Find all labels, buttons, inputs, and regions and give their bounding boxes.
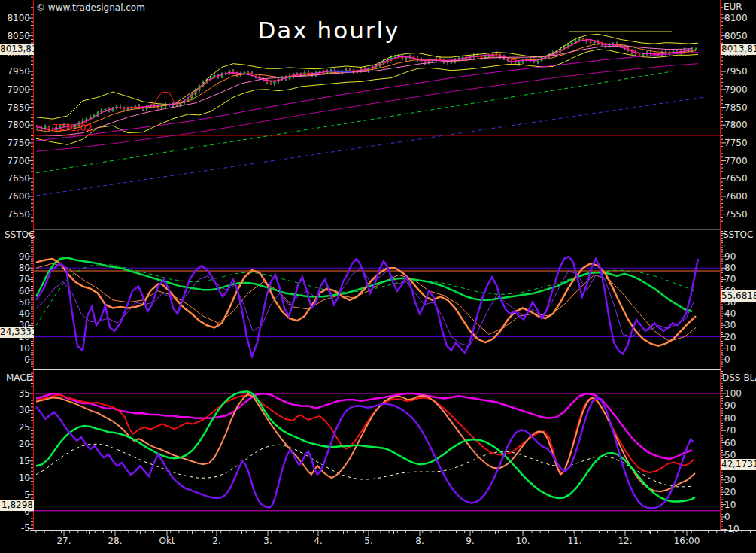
y-axis-label: 8000: [0, 48, 30, 59]
chart-title: Dax hourly: [257, 17, 399, 44]
candle-body: [105, 109, 107, 110]
ma-long-magenta: [36, 53, 698, 141]
y-axis-label: -10: [724, 524, 739, 534]
candle-body: [402, 57, 404, 59]
y-axis-label: 7950: [724, 66, 748, 77]
candle-body: [639, 54, 641, 56]
macd-dashed-signal: [36, 444, 694, 487]
candle-body: [247, 72, 250, 73]
time-axis-label: 11.: [567, 536, 581, 546]
y-axis-label: 7600: [0, 191, 30, 202]
ma-orange: [36, 44, 696, 132]
y-axis-label: 20: [0, 332, 30, 342]
y-axis-label: 8050: [0, 31, 30, 41]
dss-label-right: DSS-BLA: [722, 372, 756, 383]
y-axis-label: 8000: [724, 48, 748, 59]
time-axis-label: 27.: [56, 536, 71, 546]
y-axis-label: -5: [0, 523, 30, 533]
y-axis-label: 8100: [0, 13, 30, 23]
y-axis-label: 70: [0, 274, 30, 284]
y-axis-label: 7550: [724, 209, 748, 220]
y-axis-label: 0: [724, 354, 730, 365]
candle-body: [244, 72, 246, 74]
y-axis-label: 80: [0, 263, 30, 273]
time-axis-label: 16:00: [674, 536, 700, 546]
candle-body: [405, 58, 408, 59]
chart-window: © www.tradesignal.com EUR Dax hourly SST…: [0, 0, 756, 553]
y-axis-label: 70: [724, 425, 736, 436]
y-axis-label: 50: [724, 450, 736, 460]
y-axis-label: 0: [0, 506, 30, 517]
y-axis-label: 7750: [0, 138, 30, 148]
y-axis-label: 15: [0, 456, 30, 466]
candle-body: [270, 82, 272, 84]
y-axis-label: 25: [0, 422, 30, 433]
y-axis-label: 60: [724, 286, 736, 296]
y-axis-label: 7850: [724, 102, 748, 113]
y-axis-label: 10: [724, 343, 736, 354]
y-axis-label: 30: [0, 320, 30, 330]
y-axis-label: 20: [0, 439, 30, 449]
time-axis-label: 12.: [618, 536, 632, 546]
macd-violet: [36, 397, 694, 508]
sstoc-label-left: SSTOC: [5, 229, 35, 240]
y-axis-label: 7950: [0, 66, 30, 77]
y-axis-label: 30: [0, 405, 30, 415]
time-axis-label: 3.: [263, 536, 272, 546]
y-axis-label: 40: [724, 462, 736, 472]
y-axis-label: 7750: [724, 138, 748, 148]
bollinger-lower: [36, 50, 698, 145]
sstoc-label-right: SSTOC: [723, 229, 753, 240]
y-axis-label: 10: [0, 472, 30, 483]
y-axis-label: 8050: [724, 31, 748, 41]
copyright-text: © www.tradesignal.com: [36, 2, 145, 13]
y-axis-label: 8100: [724, 13, 748, 23]
y-axis-label: 20: [724, 332, 736, 342]
time-axis-label: 8.: [415, 536, 424, 546]
candle-body: [214, 75, 216, 77]
y-axis-label: 7650: [724, 173, 748, 184]
candle-body: [127, 108, 129, 109]
time-axis-label: Okt: [159, 536, 175, 546]
y-axis-label: 80: [724, 263, 736, 273]
macd-orange: [36, 394, 695, 491]
y-axis-label: 10: [724, 500, 736, 510]
candle-body: [537, 60, 539, 62]
y-axis-label: 90: [724, 400, 736, 411]
y-axis-label: 7800: [724, 120, 748, 130]
y-axis-label: 30: [724, 320, 736, 330]
time-axis-label: 2.: [212, 536, 220, 546]
y-axis-label: 30: [724, 475, 736, 485]
time-axis-label: 5.: [364, 536, 372, 546]
trend-green-dashed: [36, 71, 672, 173]
y-axis-label: 40: [724, 308, 736, 319]
y-axis-label: 90: [724, 251, 736, 262]
candle-body: [578, 38, 581, 40]
y-axis-label: 50: [724, 297, 736, 308]
time-axis-label: 10.: [515, 536, 530, 546]
candle-body: [518, 62, 521, 64]
candle-body: [161, 107, 163, 108]
y-axis-label: 20: [724, 487, 736, 497]
y-axis-label: 7700: [724, 156, 748, 166]
candle-body: [428, 61, 430, 62]
y-axis-label: 70: [724, 274, 736, 284]
chart-canvas[interactable]: [0, 0, 756, 553]
y-axis-label: 7700: [0, 156, 30, 166]
time-axis-label: 4.: [314, 536, 322, 546]
y-axis-label: 7900: [724, 84, 748, 95]
candle-body: [424, 61, 427, 62]
candle-body: [695, 49, 697, 50]
support-line-label: 7771,02: [52, 122, 93, 133]
y-axis-label: 80: [724, 413, 736, 424]
y-axis-label: 100: [724, 388, 742, 399]
y-axis-label: 35: [0, 388, 30, 399]
y-axis-label: 40: [0, 308, 30, 319]
y-axis-label: 90: [0, 251, 30, 262]
y-axis-label: 10: [0, 343, 30, 354]
macd-label-left: MACD: [6, 372, 33, 383]
y-axis-label: 7550: [0, 209, 30, 220]
ma-red: [36, 39, 692, 131]
candle-body: [642, 54, 645, 56]
y-axis-label: 7850: [0, 102, 30, 113]
